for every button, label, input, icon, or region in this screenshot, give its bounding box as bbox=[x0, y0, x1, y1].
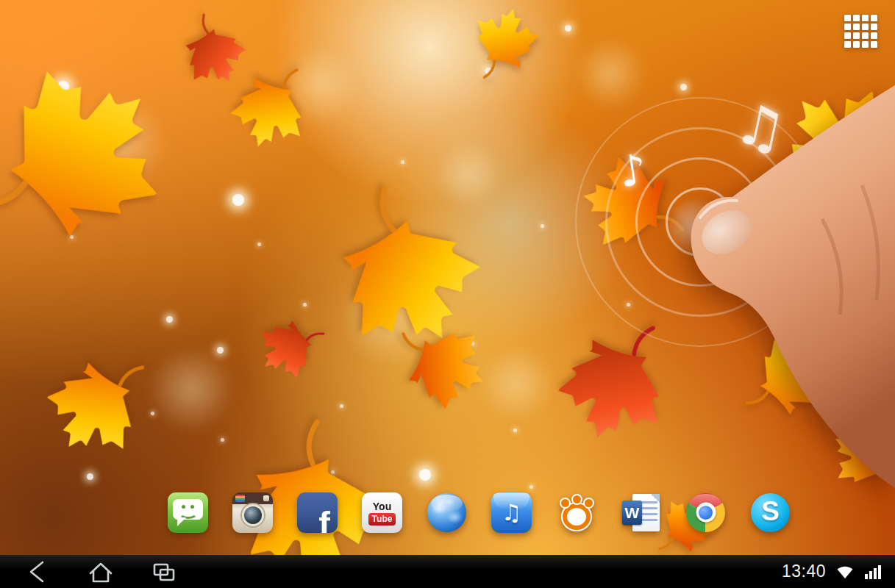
maple-leaf bbox=[813, 409, 895, 517]
clock: 13:40 bbox=[782, 562, 826, 581]
system-bar: 13:40 bbox=[0, 555, 895, 588]
maple-leaf bbox=[0, 13, 199, 295]
sparkle bbox=[217, 347, 224, 354]
ripple-ring bbox=[575, 97, 825, 347]
signal-bars-icon bbox=[864, 563, 883, 581]
apps-grid-icon bbox=[844, 15, 877, 48]
sparkle bbox=[221, 438, 224, 442]
maple-leaf bbox=[453, 0, 543, 92]
dock-app-browser[interactable] bbox=[427, 492, 467, 533]
tablet-screen: ♪ ♫ f bbox=[0, 0, 895, 588]
sparkle bbox=[541, 224, 544, 228]
word-document-icon: W bbox=[621, 492, 661, 533]
sparkle bbox=[513, 429, 517, 432]
dock-app-instagram[interactable] bbox=[232, 492, 273, 533]
sparkle bbox=[419, 469, 431, 481]
home-icon bbox=[86, 559, 115, 585]
dock-app-music[interactable]: ♫ bbox=[491, 492, 532, 533]
nav-recents-button[interactable] bbox=[147, 558, 181, 586]
bokeh-light bbox=[574, 37, 647, 110]
chrome-logo-icon bbox=[686, 493, 725, 532]
dock-app-skype[interactable]: S bbox=[750, 492, 791, 533]
recent-apps-icon bbox=[149, 559, 179, 585]
youtube-wordmark-icon: You Tube bbox=[362, 492, 402, 533]
nav-buttons bbox=[21, 558, 181, 586]
youtube-tube-text: Tube bbox=[368, 513, 396, 526]
dock-app-word[interactable]: W bbox=[621, 492, 661, 533]
skype-s-icon: S bbox=[751, 493, 790, 532]
status-area: 13:40 bbox=[782, 562, 883, 581]
retro-camera-icon bbox=[232, 492, 273, 533]
dock-app-gom-player[interactable] bbox=[556, 492, 596, 533]
back-arrow-icon bbox=[23, 559, 52, 585]
sparkle bbox=[232, 194, 244, 206]
music-note-glyph: ♫ bbox=[502, 499, 522, 526]
nav-home-button[interactable] bbox=[84, 558, 118, 586]
globe-icon bbox=[427, 493, 466, 532]
sparkle bbox=[257, 243, 261, 246]
maple-leaf bbox=[29, 327, 183, 484]
youtube-you-text: You bbox=[373, 501, 391, 512]
word-letter: W bbox=[625, 505, 640, 520]
sparkle bbox=[166, 316, 173, 323]
sparkle bbox=[565, 25, 571, 32]
facebook-letter: f bbox=[318, 506, 330, 533]
music-note-icon: ♫ bbox=[491, 492, 532, 533]
wifi-icon bbox=[835, 563, 855, 581]
skype-letter: S bbox=[761, 498, 780, 525]
facebook-f-icon: f bbox=[297, 492, 338, 533]
dock-app-youtube[interactable]: You Tube bbox=[362, 492, 402, 533]
sparkle bbox=[401, 160, 404, 164]
chat-smiley-icon bbox=[168, 492, 208, 533]
sparkle bbox=[529, 485, 533, 489]
sparkle bbox=[680, 84, 687, 90]
paw-icon bbox=[556, 492, 596, 533]
dock-app-facebook[interactable]: f bbox=[297, 492, 338, 533]
dock: f You Tube ♫ W bbox=[168, 491, 791, 534]
maple-leaf bbox=[246, 301, 344, 397]
nav-back-button[interactable] bbox=[21, 558, 54, 586]
dock-app-chrome[interactable] bbox=[685, 492, 726, 533]
all-apps-button[interactable] bbox=[844, 15, 877, 48]
dock-app-messaging[interactable] bbox=[168, 492, 208, 533]
sparkle bbox=[87, 473, 93, 480]
